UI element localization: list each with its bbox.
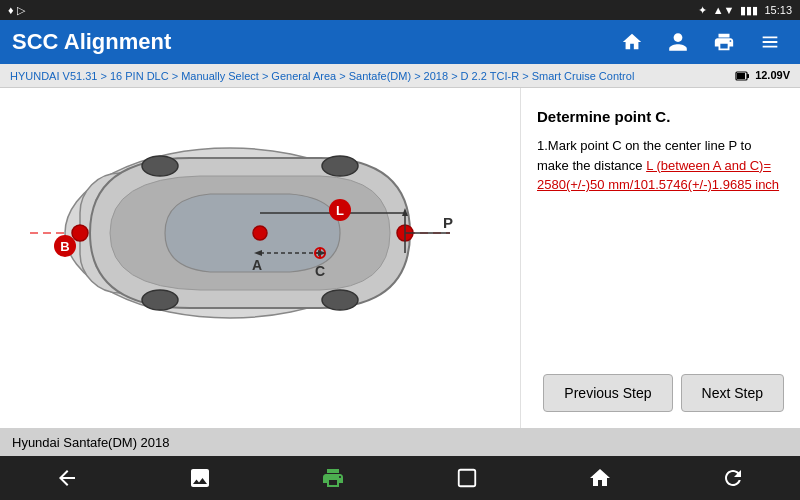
bottom-nav [0, 456, 800, 500]
square-icon [456, 467, 478, 489]
home-nav-button[interactable] [578, 456, 622, 500]
voltage-display: 12.09V [735, 69, 790, 82]
svg-text:A: A [252, 257, 262, 273]
square-button[interactable] [445, 456, 489, 500]
svg-rect-2 [737, 73, 745, 79]
battery-icon: ▮▮▮ [740, 4, 758, 17]
printer-icon [321, 466, 345, 490]
status-right: ✦ ▲▼ ▮▮▮ 15:13 [698, 4, 792, 17]
breadcrumb: HYUNDAI V51.31 > 16 PIN DLC > Manually S… [0, 64, 800, 88]
svg-point-15 [142, 290, 178, 310]
car-svg: L B A C P [10, 98, 470, 368]
previous-step-button[interactable]: Previous Step [543, 374, 672, 412]
refresh-button[interactable] [711, 456, 755, 500]
person-button[interactable] [660, 24, 696, 60]
info-description: 1.Mark point C on the center line P to m… [537, 136, 784, 195]
status-icons: ♦ ▷ [8, 4, 25, 17]
info-panel: Determine point C. 1.Mark point C on the… [520, 88, 800, 428]
svg-rect-1 [747, 74, 749, 78]
header: SCC Alignment [0, 20, 800, 64]
diagram-area: L B A C P [0, 88, 520, 428]
home-button[interactable] [614, 24, 650, 60]
refresh-icon [721, 466, 745, 490]
print-button[interactable] [706, 24, 742, 60]
svg-text:B: B [60, 239, 69, 254]
next-step-button[interactable]: Next Step [681, 374, 784, 412]
home-nav-icon [588, 466, 612, 490]
svg-point-11 [72, 225, 88, 241]
svg-point-14 [322, 290, 358, 310]
printer-button[interactable] [311, 456, 355, 500]
svg-point-12 [322, 156, 358, 176]
app-title: SCC Alignment [12, 29, 171, 55]
home-icon [621, 31, 643, 53]
status-left: ♦ ▷ [8, 4, 25, 17]
export-button[interactable] [752, 24, 788, 60]
vehicle-info: Hyundai Santafe(DM) 2018 [12, 435, 170, 450]
time: 15:13 [764, 4, 792, 16]
footer-info: Hyundai Santafe(DM) 2018 [0, 428, 800, 456]
main-content: L B A C P Determine point C. 1.Ma [0, 88, 800, 428]
svg-text:P: P [443, 214, 453, 231]
bluetooth-icon: ✦ [698, 4, 707, 17]
breadcrumb-text: HYUNDAI V51.31 > 16 PIN DLC > Manually S… [10, 70, 634, 82]
svg-text:L: L [336, 203, 344, 218]
battery-status-icon [735, 70, 749, 82]
gallery-button[interactable] [178, 456, 222, 500]
gallery-icon [188, 466, 212, 490]
back-icon [55, 466, 79, 490]
export-icon [759, 31, 781, 53]
person-icon [667, 31, 689, 53]
status-bar: ♦ ▷ ✦ ▲▼ ▮▮▮ 15:13 [0, 0, 800, 20]
navigation-buttons: Previous Step Next Step [537, 374, 784, 412]
car-diagram: L B A C P [10, 98, 510, 418]
svg-point-20 [253, 226, 267, 240]
back-button[interactable] [45, 456, 89, 500]
wifi-icon: ▲▼ [713, 4, 735, 16]
header-icons [614, 24, 788, 60]
info-title: Determine point C. [537, 108, 784, 126]
svg-point-13 [142, 156, 178, 176]
svg-rect-34 [458, 470, 475, 487]
svg-text:C: C [315, 263, 325, 279]
print-icon [713, 31, 735, 53]
